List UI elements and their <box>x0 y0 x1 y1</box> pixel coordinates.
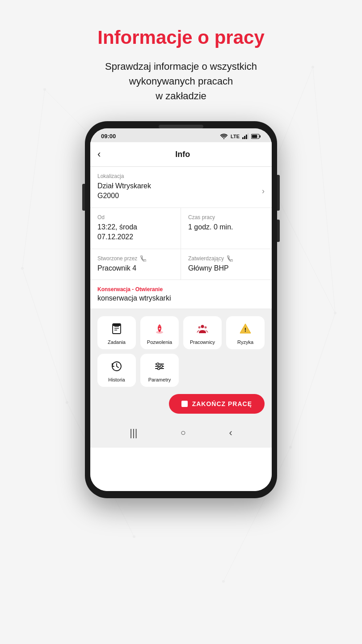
stworzone-value: Pracownik 4 <box>97 263 173 273</box>
status-bar: 09:00 LTE <box>90 128 272 142</box>
svg-point-34 <box>159 328 160 330</box>
konserwacja-label-prefix: Konserwacja - <box>97 286 135 292</box>
menu-row-2: Historia <box>97 354 265 387</box>
svg-point-9 <box>222 580 225 583</box>
bottom-nav: ||| ○ ‹ <box>90 421 272 448</box>
konserwacja-section: Konserwacja - Otwieranie konserwacja wtr… <box>90 280 272 309</box>
svg-point-20 <box>223 138 224 139</box>
svg-point-44 <box>157 363 159 365</box>
svg-point-36 <box>198 326 201 328</box>
od-cell: Od 13:22, środa 07.12.2022 <box>90 208 181 249</box>
nav-back[interactable]: ‹ <box>229 427 232 439</box>
phone-screen: 09:00 LTE <box>90 128 272 491</box>
svg-rect-21 <box>242 137 244 139</box>
pozwolenia-icon <box>153 322 166 337</box>
menu-item-historia[interactable]: Historia <box>97 354 136 387</box>
svg-point-46 <box>158 367 160 369</box>
phone-icon-1 <box>140 255 146 262</box>
app-header-title: Info <box>101 150 265 159</box>
zadania-label: Zadania <box>108 339 126 345</box>
zatwierdzajacy-cell: Zatwierdzający Główny BHP <box>181 249 272 280</box>
menu-item-pracownicy[interactable]: Pracownicy <box>183 316 222 349</box>
od-value-1: 13:22, środa <box>97 222 173 232</box>
svg-text:!: ! <box>244 326 246 333</box>
subtitle-line2: wykonywanych pracach <box>129 76 233 87</box>
svg-point-37 <box>205 326 207 328</box>
phone-icon-2 <box>227 255 233 262</box>
pozwolenia-label: Pozwolenia <box>147 339 172 345</box>
chevron-right-icon: › <box>262 186 265 196</box>
konserwacja-status: Otwieranie <box>135 286 163 292</box>
konserwacja-value: konserwacja wtryskarki <box>97 294 265 302</box>
app-content: ‹ Info Lokalizacja Dział Wtryskarek G200… <box>90 142 272 491</box>
subtitle-line1: Sprawdzaj informacje o wszystkich <box>105 61 257 72</box>
status-time: 09:00 <box>101 133 116 140</box>
ryzyka-icon: ! <box>239 322 252 337</box>
svg-rect-24 <box>248 133 248 139</box>
back-button[interactable]: ‹ <box>97 148 101 160</box>
svg-point-35 <box>201 325 204 328</box>
page-title: Informacje o pracy <box>97 27 264 48</box>
historia-icon <box>110 360 123 374</box>
menu-item-zadania[interactable]: Zadania <box>97 316 136 349</box>
app-header: ‹ Info <box>90 142 272 167</box>
svg-point-45 <box>160 365 163 367</box>
end-work-label: ZAKOŃCZ PRACĘ <box>192 400 252 407</box>
lte-label: LTE <box>231 134 240 139</box>
pracownicy-icon <box>196 322 209 337</box>
stworzone-label: Stworzone przez <box>97 255 137 262</box>
svg-rect-32 <box>113 324 120 326</box>
czas-pracy-value: 1 godz. 0 min. <box>188 222 265 232</box>
wifi-icon <box>220 133 228 139</box>
parametry-label: Parametry <box>148 377 171 382</box>
battery-icon <box>251 134 261 139</box>
svg-rect-23 <box>246 135 247 139</box>
menu-item-ryzyka[interactable]: ! Ryzyka <box>226 316 265 349</box>
page-subtitle: Sprawdzaj informacje o wszystkich wykony… <box>105 59 257 103</box>
status-bar-right: LTE <box>220 133 261 139</box>
menu-section: Zadania <box>90 309 272 394</box>
historia-label: Historia <box>108 377 125 382</box>
nav-home[interactable]: ○ <box>181 428 186 438</box>
od-label: Od <box>97 214 173 220</box>
konserwacja-label: Konserwacja - Otwieranie <box>97 286 265 292</box>
time-grid: Od 13:22, środa 07.12.2022 Czas pracy 1 … <box>90 208 272 249</box>
end-work-button[interactable]: ZAKOŃCZ PRACĘ <box>169 394 265 414</box>
svg-point-8 <box>133 535 135 538</box>
od-value-2: 07.12.2022 <box>97 232 173 242</box>
menu-row-1: Zadania <box>97 316 265 349</box>
parametry-icon <box>153 360 166 374</box>
location-section[interactable]: Lokalizacja Dział Wtryskarek G2000 › <box>90 167 272 208</box>
zadania-icon <box>110 322 123 337</box>
stworzone-cell: Stworzone przez Pracownik 4 <box>90 249 181 280</box>
zatwierdzajacy-value: Główny BHP <box>188 263 265 273</box>
stop-icon <box>181 401 188 407</box>
subtitle-line3: w zakładzie <box>156 90 206 102</box>
zatwierdzajacy-label: Zatwierdzający <box>188 255 224 262</box>
czas-pracy-cell: Czas pracy 1 godz. 0 min. <box>181 208 272 249</box>
svg-rect-26 <box>260 135 261 137</box>
pracownicy-label: Pracownicy <box>190 339 215 345</box>
czas-pracy-label: Czas pracy <box>188 214 265 220</box>
nav-recent-apps[interactable]: ||| <box>130 427 137 439</box>
location-value-1: Dział Wtryskarek <box>97 181 151 191</box>
end-work-section: ZAKOŃCZ PRACĘ <box>90 394 272 421</box>
svg-rect-22 <box>244 136 245 139</box>
menu-item-parametry[interactable]: Parametry <box>140 354 179 387</box>
location-value-2: G2000 <box>97 191 151 201</box>
signal-icon <box>242 133 248 139</box>
ryzyka-label: Ryzyka <box>237 339 253 345</box>
people-grid: Stworzone przez Pracownik 4 Zatwierdzają… <box>90 249 272 280</box>
svg-rect-27 <box>252 135 257 138</box>
location-label: Lokalizacja <box>97 173 265 179</box>
phone-mockup: 09:00 LTE <box>85 121 277 498</box>
menu-item-pozwolenia[interactable]: Pozwolenia <box>140 316 179 349</box>
